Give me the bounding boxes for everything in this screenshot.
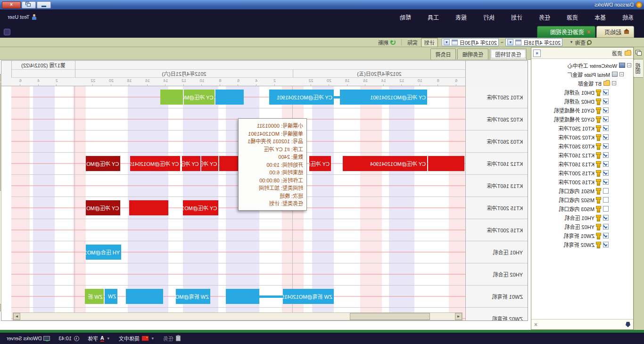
tab-close-icon[interactable]: × — [587, 29, 590, 35]
task-bar[interactable]: CY 冲压@MO12041901 — [340, 90, 427, 105]
menu-item-8[interactable]: 帮助 — [394, 11, 417, 23]
tree-checkbox[interactable] — [603, 170, 609, 176]
gantt-tab-0[interactable]: 任务甘特图 — [490, 49, 527, 59]
menu-item-5[interactable]: 执行 — [477, 11, 501, 23]
menu-item-0[interactable]: 系统 — [616, 11, 640, 23]
scroll-left-icon[interactable]: ◄ — [455, 313, 462, 320]
tree-checkbox[interactable] — [603, 116, 609, 122]
task-bar[interactable]: CY 冲压@MO12041902 — [184, 90, 215, 105]
panel-collapse-button[interactable]: « — [533, 49, 541, 57]
task-bar[interactable] — [215, 90, 244, 105]
minimize-button[interactable] — [37, 1, 51, 8]
tree-checkbox[interactable] — [603, 143, 609, 149]
task-bar[interactable]: ZW 折弯@MO12041901 — [283, 289, 334, 304]
tree-checkbox[interactable] — [603, 179, 609, 185]
tree-checkbox[interactable] — [603, 98, 609, 104]
tree-item[interactable]: MS02 内收口机 — [531, 195, 633, 204]
tree-item[interactable]: YH01 压合机 — [531, 213, 633, 222]
task-bar[interactable] — [129, 200, 168, 215]
tree-checkbox[interactable] — [603, 233, 609, 238]
tree-item[interactable]: ZW02 折弯机 — [531, 240, 633, 249]
tree-item[interactable]: DH02 点焊机 — [531, 97, 633, 106]
menu-item-4[interactable]: 计划 — [505, 11, 528, 23]
vertical-scrollbar[interactable]: ▲ ▼ — [0, 74, 1, 311]
task-bar[interactable]: ZW 折弯@MO12041901 — [176, 289, 210, 304]
tree-checkbox[interactable] — [603, 161, 609, 167]
horizontal-scroll-thumb[interactable] — [350, 313, 430, 320]
expander-icon[interactable] — [619, 72, 624, 76]
clear-filter-icon[interactable]: × — [534, 321, 537, 328]
task-bar[interactable]: CY 冲压@MO12041904 — [343, 156, 427, 171]
task-bar[interactable]: ZW — [105, 289, 117, 304]
tree-item[interactable]: KT16 200T冲床 — [531, 177, 633, 186]
tree-item[interactable]: DH01 点焊机 — [531, 88, 633, 97]
status-font[interactable]: ▼ A 字体 — [88, 335, 110, 342]
tree-item[interactable]: KT12 160T冲床 — [531, 150, 633, 159]
date-from-picker[interactable]: 2012年 4月18日 ▼ — [505, 38, 562, 46]
tree-item[interactable]: WorkCenter 工作中心 — [531, 61, 633, 70]
plan-toggle-button[interactable]: 计划 — [421, 38, 438, 47]
task-bar[interactable]: CY 冲压@MO12041903 — [183, 200, 218, 215]
tree-checkbox[interactable] — [603, 224, 609, 229]
task-bar[interactable] — [428, 156, 464, 171]
tree-checkbox[interactable] — [603, 206, 609, 212]
tree-item[interactable]: KT15 200T冲床 — [531, 168, 633, 177]
tree-item[interactable]: KT03 260T冲床 — [531, 141, 633, 150]
vertical-scroll-thumb[interactable] — [0, 82, 1, 191]
actual-toggle-button[interactable]: 实际 — [404, 38, 421, 47]
refresh-button[interactable]: 刷新 — [375, 38, 399, 47]
menu-item-2[interactable]: 资源 — [561, 11, 584, 23]
task-bar[interactable]: ZW 折 — [85, 289, 104, 304]
cascade-windows-icon[interactable] — [636, 50, 642, 55]
menu-item-3[interactable]: 任务 — [533, 11, 556, 23]
tree-checkbox[interactable] — [603, 197, 609, 203]
tree-item[interactable]: BT 钣金部 — [531, 79, 633, 88]
menu-item-7[interactable]: 工具 — [421, 11, 445, 23]
tab-overflow-icon[interactable] — [4, 29, 10, 35]
tree-item[interactable]: YH02 压合机 — [531, 222, 633, 231]
tree-item[interactable]: GY01 外桶成型机 — [531, 106, 633, 115]
status-task[interactable]: 任务 — [163, 335, 181, 342]
tree-item[interactable]: ZW01 折弯机 — [531, 231, 633, 240]
task-bar[interactable]: YH 压合@MO1 — [86, 245, 121, 260]
tree-checkbox[interactable] — [603, 107, 609, 113]
tree-checkbox[interactable] — [603, 134, 609, 140]
close-button[interactable]: × — [2, 1, 21, 8]
task-bar[interactable]: CY 冲压@M — [309, 156, 331, 171]
tree-checkbox[interactable] — [603, 90, 609, 95]
menu-item-6[interactable]: 报表 — [449, 11, 473, 23]
tree-checkbox[interactable] — [603, 152, 609, 158]
query-button[interactable]: 查询 ▼ — [566, 38, 595, 47]
expander-icon[interactable] — [627, 63, 631, 67]
task-bar[interactable]: CY 冲压@MO1 — [86, 156, 120, 171]
menu-item-1[interactable]: 基本 — [588, 11, 612, 23]
tree-item[interactable]: KT13 160T冲床 — [531, 159, 633, 168]
tab-resource-task-view[interactable]: × 资源任务视图 — [537, 26, 595, 38]
task-bar[interactable]: CY 冲压@MO12041904 — [130, 156, 180, 171]
scroll-down-icon[interactable]: ▼ — [0, 304, 1, 311]
date-from-dropdown-icon[interactable]: ▼ — [507, 39, 513, 45]
status-language[interactable]: ▼ 简体中文 — [119, 335, 155, 342]
restore-button[interactable] — [22, 1, 36, 8]
tree-item[interactable]: Metal Plate 钣金厂 — [531, 70, 633, 79]
tree-checkbox[interactable] — [603, 215, 609, 221]
tree-item[interactable]: MS03 内收口机 — [531, 204, 633, 213]
task-bar[interactable]: CY 冲压@MO12041901 — [269, 90, 334, 105]
tree-checkbox[interactable] — [603, 242, 609, 247]
date-to-picker[interactable]: 2012年 4月30日 ▼ — [442, 38, 499, 46]
scroll-right-icon[interactable]: ► — [13, 313, 20, 320]
tree-item[interactable]: KT01 250T冲床 — [531, 123, 633, 132]
date-to-dropdown-icon[interactable]: ▼ — [444, 39, 450, 45]
tab-start-page[interactable]: 起始页 — [596, 26, 634, 38]
gantt-tab-2[interactable]: 日负荷 — [430, 49, 456, 59]
tree-item[interactable]: KT02 260T冲床 — [531, 132, 633, 141]
task-bar[interactable] — [126, 289, 163, 304]
task-bar[interactable]: CY 冲压 — [182, 156, 200, 171]
task-bar[interactable] — [226, 289, 259, 304]
expander-icon[interactable] — [612, 81, 616, 85]
task-bar[interactable]: CY 冲压@MO1 — [86, 200, 120, 215]
pin-icon[interactable] — [626, 322, 630, 328]
task-bar[interactable]: CY 冲压 — [201, 156, 219, 171]
gantt-tab-1[interactable]: 任务明细 — [457, 49, 488, 59]
tree-item[interactable]: GY02 外桶成型机 — [531, 115, 633, 123]
